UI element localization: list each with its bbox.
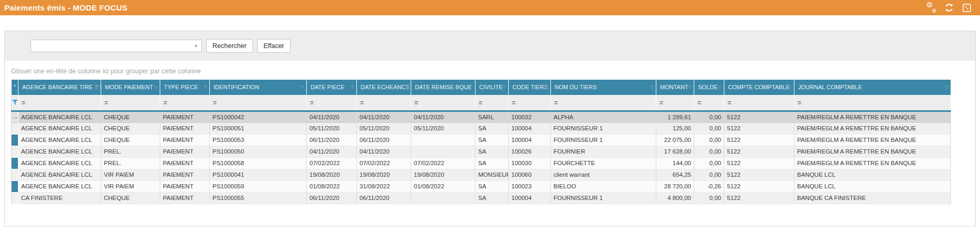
cell-civilite[interactable]: SA bbox=[476, 180, 509, 192]
cell-mode-paiement[interactable]: CHEQUE bbox=[101, 111, 160, 122]
column-header-mode-paiement[interactable]: MODE PAIEMENT bbox=[101, 80, 160, 95]
cell-nom-du-tiers[interactable]: FOURCHETTE bbox=[551, 157, 656, 169]
cell-identification[interactable]: PS1000050 bbox=[210, 146, 307, 157]
cell-date-remise-bque[interactable]: 19/08/2020 bbox=[411, 169, 476, 180]
cell-nom-du-tiers[interactable]: client warrant bbox=[551, 169, 656, 180]
cell-compte-comptable[interactable]: 5122 bbox=[724, 180, 794, 192]
cell-solde[interactable]: -0,26 bbox=[694, 180, 724, 192]
table-row[interactable]: AGENCE BANCAIRE LCLVIR PAIEMPAIEMENTPS10… bbox=[12, 180, 951, 192]
row-indicator[interactable]: → bbox=[12, 111, 18, 122]
filter-operator[interactable]: = bbox=[360, 99, 364, 107]
cell-code-tiers[interactable]: 100060 bbox=[509, 169, 551, 180]
cell-agence-bancaire-tire[interactable]: AGENCE BANCAIRE LCL bbox=[18, 180, 101, 192]
cell-date-remise-bque[interactable]: 01/08/2022 bbox=[411, 180, 476, 192]
cell-nom-du-tiers[interactable]: FOURNIER bbox=[551, 146, 656, 157]
cell-date-remise-bque[interactable] bbox=[411, 134, 476, 146]
column-header-solde[interactable]: SOLDE bbox=[694, 80, 724, 95]
cell-date-echeance[interactable]: 19/08/2020 bbox=[357, 169, 411, 180]
cell-date-piece[interactable]: 19/08/2020 bbox=[307, 169, 357, 180]
cell-type-piece[interactable]: PAIEMENT bbox=[160, 192, 210, 204]
cell-nom-du-tiers[interactable]: BIELOO bbox=[551, 180, 656, 192]
cell-solde[interactable]: 0,00 bbox=[694, 157, 724, 169]
filter-operator[interactable]: = bbox=[554, 99, 558, 107]
cell-code-tiers[interactable]: 100023 bbox=[509, 180, 551, 192]
cell-journal-comptable[interactable]: BANQUE LCL bbox=[794, 169, 951, 180]
filter-icon[interactable] bbox=[502, 85, 507, 91]
cell-mode-paiement[interactable]: VIR PAIEM bbox=[101, 169, 160, 180]
cell-nom-du-tiers[interactable]: FOURNISSEUR 1 bbox=[551, 134, 656, 146]
cell-mode-paiement[interactable]: PREL. bbox=[101, 146, 160, 157]
table-row[interactable]: AGENCE BANCAIRE LCLCHEQUEPAIEMENTPS10000… bbox=[12, 122, 951, 134]
cell-mode-paiement[interactable]: CHEQUE bbox=[101, 134, 160, 146]
cell-date-remise-bque[interactable]: 05/11/2020 bbox=[411, 122, 476, 134]
cell-type-piece[interactable]: PAIEMENT bbox=[160, 169, 210, 180]
cell-montant[interactable]: 17 628,00 bbox=[656, 146, 694, 157]
cell-agence-bancaire-tire[interactable]: AGENCE BANCAIRE LCL bbox=[18, 146, 101, 157]
row-indicator[interactable] bbox=[12, 146, 18, 157]
grid-corner-cell[interactable]: * bbox=[12, 80, 18, 95]
cell-civilite[interactable]: SA bbox=[476, 122, 509, 134]
row-indicator[interactable] bbox=[12, 134, 18, 146]
cell-compte-comptable[interactable]: 5122 bbox=[724, 146, 794, 157]
cell-solde[interactable]: 0,00 bbox=[694, 169, 724, 180]
cell-type-piece[interactable]: PAIEMENT bbox=[160, 157, 210, 169]
cell-date-echeance[interactable]: 06/11/2020 bbox=[357, 192, 411, 204]
search-combobox[interactable]: ▾ bbox=[31, 40, 202, 52]
cell-compte-comptable[interactable]: 5122 bbox=[724, 122, 794, 134]
table-row[interactable]: CA FINISTERECHEQUEPAIEMENTPS100005506/11… bbox=[12, 192, 951, 204]
cell-civilite[interactable]: SA bbox=[476, 192, 509, 204]
search-button[interactable]: Rechercher bbox=[206, 39, 253, 53]
filter-cell-code-tiers[interactable]: = bbox=[509, 95, 551, 111]
cell-date-piece[interactable]: 07/02/2022 bbox=[307, 157, 357, 169]
cell-date-echeance[interactable]: 31/08/2022 bbox=[357, 180, 411, 192]
filter-operator[interactable]: = bbox=[414, 99, 418, 107]
cell-agence-bancaire-tire[interactable]: CA FINISTERE bbox=[18, 192, 101, 204]
cell-type-piece[interactable]: PAIEMENT bbox=[160, 122, 210, 134]
row-indicator[interactable] bbox=[12, 180, 18, 192]
filter-operator[interactable]: = bbox=[697, 99, 701, 107]
column-header-nom-du-tiers[interactable]: NOM DU TIERS bbox=[551, 80, 656, 95]
filter-cell-mode-paiement[interactable]: = bbox=[101, 95, 160, 111]
cell-solde[interactable]: 0,00 bbox=[694, 192, 724, 204]
cell-civilite[interactable]: SARL bbox=[476, 111, 509, 122]
cell-solde[interactable]: 0,00 bbox=[694, 122, 724, 134]
cell-civilite[interactable]: SA bbox=[476, 157, 509, 169]
cell-identification[interactable]: PS1000058 bbox=[210, 157, 307, 169]
column-header-date-piece[interactable]: DATE PIECE bbox=[307, 80, 357, 95]
column-header-identification[interactable]: IDENTIFICATION bbox=[210, 80, 307, 95]
table-row[interactable]: →AGENCE BANCAIRE LCLCHEQUEPAIEMENTPS1000… bbox=[12, 111, 951, 122]
cell-journal-comptable[interactable]: PAIEM/REGLM A REMETTRE EN BANQUE bbox=[794, 111, 951, 122]
filter-operator[interactable]: = bbox=[104, 99, 108, 107]
filter-icon[interactable] bbox=[350, 85, 355, 91]
filter-operator[interactable]: = bbox=[22, 99, 25, 107]
cell-journal-comptable[interactable]: BANQUE CA FINISTERE bbox=[794, 192, 951, 204]
cell-compte-comptable[interactable]: 5122 bbox=[724, 134, 794, 146]
filter-icon[interactable] bbox=[788, 85, 792, 91]
cell-civilite[interactable]: SA bbox=[476, 146, 509, 157]
column-header-date-echeance[interactable]: DATE ECHEANCE bbox=[357, 80, 411, 95]
cell-date-echeance[interactable]: 04/11/2020 bbox=[357, 111, 411, 122]
filter-icon[interactable] bbox=[300, 85, 305, 91]
settings-icon[interactable]: ⚙⚙ bbox=[927, 3, 937, 13]
row-indicator[interactable] bbox=[12, 157, 18, 169]
cell-type-piece[interactable]: PAIEMENT bbox=[160, 134, 210, 146]
filter-icon[interactable] bbox=[717, 85, 722, 91]
cell-date-echeance[interactable]: 05/11/2020 bbox=[357, 122, 411, 134]
cell-nom-du-tiers[interactable]: FOURNISSEUR 1 bbox=[551, 122, 656, 134]
filter-cell-compte-comptable[interactable]: = bbox=[724, 95, 794, 111]
filter-icon[interactable] bbox=[469, 85, 473, 91]
filter-operator[interactable]: = bbox=[213, 99, 217, 107]
cell-date-remise-bque[interactable]: 04/11/2020 bbox=[411, 111, 476, 122]
filter-cell-nom-du-tiers[interactable]: = bbox=[551, 95, 656, 111]
cell-compte-comptable[interactable]: 5122 bbox=[724, 169, 794, 180]
cell-mode-paiement[interactable]: CHEQUE bbox=[101, 122, 160, 134]
cell-date-echeance[interactable]: 06/11/2020 bbox=[357, 134, 411, 146]
filter-icon[interactable] bbox=[404, 85, 409, 91]
cell-agence-bancaire-tire[interactable]: AGENCE BANCAIRE LCL bbox=[18, 111, 101, 122]
cell-mode-paiement[interactable]: PREL. bbox=[101, 157, 160, 169]
cell-date-echeance[interactable]: 07/02/2022 bbox=[357, 157, 411, 169]
filter-operator[interactable]: = bbox=[479, 99, 482, 107]
cell-code-tiers[interactable]: 100032 bbox=[509, 111, 551, 122]
filter-icon[interactable] bbox=[203, 85, 208, 91]
cell-solde[interactable]: 0,00 bbox=[694, 111, 724, 122]
